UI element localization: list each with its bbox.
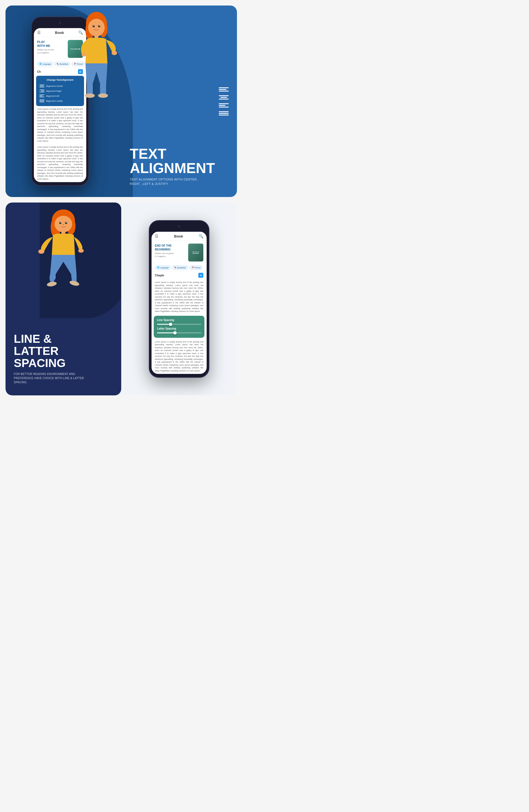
align-justify-icon <box>40 100 44 102</box>
book-author-2: Written by mr.green <box>155 252 174 255</box>
line-spacing-slider[interactable] <box>157 324 201 325</box>
section1-main-text: TEXT ALIGNMENT TEXT ALIGNMENT OPTIONS WI… <box>130 147 215 186</box>
section1-text-alignment: ☰ Book 🔍 PLAY WITH ME Written by mr.red … <box>5 5 237 197</box>
phone-actions-2: 🌐 Language 🔖 BookMark 📌 Pinned <box>151 264 207 271</box>
action-language-1[interactable]: 🌐 Language <box>37 62 53 66</box>
svg-point-22 <box>66 222 67 223</box>
phone-screen-2: ☰ Book 🔍 END OF THE BEGINNING Written by… <box>151 232 207 374</box>
svg-point-27 <box>47 281 57 287</box>
bookmark-icon: 🔖 <box>57 63 59 65</box>
phone-notch <box>49 20 71 27</box>
svg-point-10 <box>82 53 87 57</box>
svg-point-13 <box>85 93 95 98</box>
svg-point-3 <box>88 19 105 37</box>
align-bar-group-3 <box>219 103 229 107</box>
language-icon: 🌐 <box>40 63 42 65</box>
section1-title-line2: ALIGNMENT <box>130 161 215 175</box>
character-svg-2 <box>33 208 94 291</box>
book-details-1: PLAY WITH ME Written by mr.red 12 Chapte… <box>37 40 54 54</box>
book-chapters-2: 9 Chapters <box>155 255 174 258</box>
phone-header-2: ☰ Book 🔍 <box>151 232 207 241</box>
line-spacing-label: Line Spacing <box>157 319 201 321</box>
spacing-popup: Line Spacing Latter Spacing <box>154 316 204 338</box>
section2-title-line2: LATTER SPACING <box>14 345 113 369</box>
section2-line-spacing: LINE & LATTER SPACING FOR BETTOR READING… <box>5 203 237 395</box>
phone-title-2: Book <box>174 234 183 238</box>
phone-mockup-2: ☰ Book 🔍 END OF THE BEGINNING Written by… <box>149 220 209 378</box>
section2-left-panel: LINE & LATTER SPACING FOR BETTOR READING… <box>5 203 121 395</box>
svg-point-6 <box>94 25 94 26</box>
book-title-2: END OF THE BEGINNING <box>155 244 174 251</box>
chapter-label-2: Chapte <box>155 274 164 277</box>
svg-point-7 <box>99 25 100 26</box>
action-language-2[interactable]: 🌐 Language <box>155 265 171 270</box>
align-right-icon <box>40 89 44 92</box>
align-bar-group-2 <box>219 95 229 100</box>
svg-point-25 <box>38 249 44 254</box>
character-svg-1 <box>72 8 121 107</box>
book-cover-2: END OF THE BEGINNING <box>188 244 203 261</box>
svg-point-9 <box>112 51 117 55</box>
pin-icon-2: 📌 <box>191 266 194 269</box>
language-icon-2: 🌐 <box>157 266 160 269</box>
lorem-text-1: Lorem Ipsum is simply dummy text of the … <box>34 106 86 144</box>
section2-title-line1: LINE & <box>14 333 113 345</box>
character-1 <box>72 8 121 107</box>
book-details-2: END OF THE BEGINNING Written by mr.green… <box>155 244 174 258</box>
book-chapters-1: 12 Chapters <box>37 52 54 54</box>
align-bar-group-4 <box>219 111 229 115</box>
svg-point-26 <box>78 249 84 253</box>
book-title-1: PLAY WITH ME <box>37 40 54 48</box>
action-bookmark-1[interactable]: 🔖 BookMark <box>54 62 71 66</box>
book-author-1: Written by mr.red <box>37 48 54 51</box>
menu-icon-2[interactable]: ☰ <box>155 234 158 238</box>
phone-title: Book <box>55 31 64 35</box>
settings-gear-2[interactable]: ⚙ <box>199 273 203 278</box>
chapter-header-2: Chapte ⚙ <box>151 271 207 279</box>
align-left-icon <box>40 95 44 97</box>
svg-point-14 <box>98 93 108 98</box>
bookmark-icon-2: 🔖 <box>174 266 177 269</box>
phone-notch-2 <box>168 224 190 230</box>
lorem-text-2b: Lorem Ipsum is simply dummy text of the … <box>151 339 207 374</box>
alignment-icons-right <box>219 87 229 115</box>
lorem-text-2a: Lorem Ipsum is simply dummy text of the … <box>151 279 207 315</box>
action-pinned-2[interactable]: 📌 Pinned <box>189 265 203 270</box>
chapter-label-1: Ch <box>37 70 41 73</box>
search-icon-2[interactable]: 🔍 <box>199 234 203 238</box>
section2-text-content: LINE & LATTER SPACING FOR BETTOR READING… <box>14 333 113 385</box>
latter-spacing-slider[interactable] <box>157 332 201 333</box>
section2-subtitle: FOR BETTOR READING ENVIRONMENT AND PREFE… <box>14 372 85 385</box>
latter-spacing-label: Latter Spacing <box>157 327 201 330</box>
action-bookmark-2[interactable]: 🔖 BookMark <box>172 265 188 270</box>
svg-point-21 <box>60 222 61 223</box>
character-2 <box>33 208 94 291</box>
svg-point-23 <box>63 224 64 225</box>
align-bar-group-1 <box>219 87 229 91</box>
book-info-2: END OF THE BEGINNING Written by mr.green… <box>151 241 207 264</box>
section2-phone-area: ☰ Book 🔍 END OF THE BEGINNING Written by… <box>121 203 237 395</box>
align-center-icon <box>40 85 44 87</box>
lorem-text-1b: Lorem Ipsum is simply dummy text of the … <box>34 144 86 182</box>
section1-title-line1: TEXT <box>130 147 215 161</box>
menu-icon[interactable]: ☰ <box>37 30 41 35</box>
section1-subtitle: TEXT ALIGNMENT OPTIONS WITH CENTER , RIG… <box>130 177 207 186</box>
